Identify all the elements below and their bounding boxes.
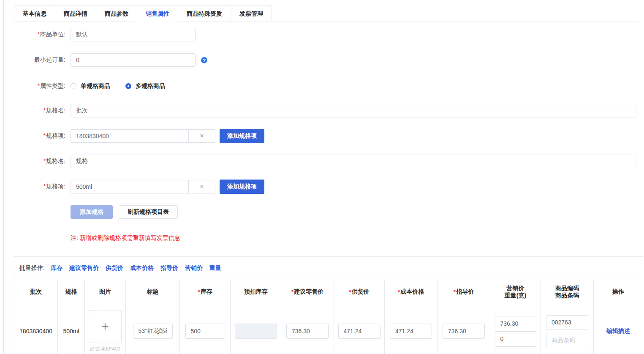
clear-icon[interactable]: × xyxy=(189,129,215,143)
required-asterisk: * xyxy=(43,132,46,139)
radio-single-spec-label: 单规格商品 xyxy=(81,82,110,90)
product-editor-page: 基本信息 商品详情 商品参数 销售属性 商品特殊资质 发票管理 *商品单位: 最… xyxy=(0,0,644,354)
column-header-cost-price: *成本价格 xyxy=(384,280,437,304)
add-spec-item-button[interactable]: 添加规格项 xyxy=(220,180,264,194)
bulk-link-guide-price[interactable]: 指导价 xyxy=(160,264,178,272)
column-header-suggest-price: *建议零售价 xyxy=(281,280,334,304)
edit-description-link[interactable]: 编辑描述 xyxy=(606,327,630,335)
cell-supply-price xyxy=(334,304,384,354)
guide-price-input[interactable] xyxy=(443,324,485,339)
column-header-title: 标题 xyxy=(125,280,179,304)
tab-sales-attributes[interactable]: 销售属性 xyxy=(137,5,178,22)
cell-stock xyxy=(179,304,230,354)
form-row-buttons: 添加规格 刷新规格项目表 xyxy=(71,205,178,219)
weight-input[interactable] xyxy=(495,331,536,347)
required-asterisk: * xyxy=(43,158,46,164)
column-header-code-barcode: 商品编码商品条码 xyxy=(541,280,593,304)
required-asterisk: * xyxy=(38,82,40,89)
bulk-links: 库存 建议零售价 供货价 成本价格 指导价 营销价 重量 xyxy=(51,264,221,272)
cell-reserved-stock xyxy=(230,304,281,354)
min-order-label: 最小起订量: xyxy=(0,56,65,64)
tab-product-params[interactable]: 商品参数 xyxy=(96,5,137,22)
bulk-operations-label: 批量操作: xyxy=(19,264,45,272)
min-order-input[interactable] xyxy=(71,53,196,67)
add-spec-button[interactable]: 添加规格 xyxy=(71,205,113,219)
required-asterisk: * xyxy=(38,31,40,38)
radio-selected-icon xyxy=(125,83,131,89)
form-row-min-order: 最小起订量: xyxy=(0,53,196,67)
form-row-unit: *商品单位: xyxy=(0,28,196,41)
spec2-item-label: *规格项: xyxy=(0,183,65,191)
invoice-note: 注: 新增或删除规格项需重新填写发票信息 xyxy=(71,234,180,242)
radio-unselected-icon xyxy=(71,83,76,89)
required-asterisk: * xyxy=(349,289,351,295)
marketing-weight-group xyxy=(495,316,536,347)
refresh-spec-table-button[interactable]: 刷新规格项目表 xyxy=(119,205,178,219)
tab-invoice-management[interactable]: 发票管理 xyxy=(231,5,272,22)
form-row-spec2-name: *规格名: xyxy=(0,155,636,168)
unit-label: *商品单位: xyxy=(0,31,65,38)
spec1-name-input[interactable] xyxy=(71,104,636,117)
tab-product-detail[interactable]: 商品详情 xyxy=(55,5,96,22)
column-header-stock: *库存 xyxy=(179,280,230,304)
table-header-row: 批次 规格 图片 标题 *库存 预扣库存 *建议零售价 *供货价 *成本价格 *… xyxy=(14,280,643,304)
form-row-spec2-item: *规格项: × 添加规格项 xyxy=(0,180,264,194)
cost-price-input[interactable] xyxy=(390,324,432,339)
spec1-item-input[interactable] xyxy=(71,129,189,143)
cell-spec: 500ml xyxy=(57,304,84,354)
radio-multi-spec-label: 多规格商品 xyxy=(136,82,165,90)
spec2-item-input[interactable] xyxy=(71,180,189,193)
required-asterisk: * xyxy=(43,183,46,190)
column-header-action: 操作 xyxy=(593,280,643,304)
column-header-image: 图片 xyxy=(84,280,125,304)
tab-bar: 基本信息 商品详情 商品参数 销售属性 商品特殊资质 发票管理 xyxy=(14,5,639,22)
supply-price-input[interactable] xyxy=(338,324,380,339)
required-asterisk: * xyxy=(454,289,456,295)
bulk-operations-bar: 批量操作: 库存 建议零售价 供货价 成本价格 指导价 营销价 重量 xyxy=(14,257,643,280)
form-row-attr-type: *属性类型: 单规格商品 多规格商品 xyxy=(0,80,165,92)
radio-multi-spec[interactable]: 多规格商品 xyxy=(125,82,165,90)
reserved-stock-input xyxy=(235,324,277,339)
spec1-item-label: *规格项: xyxy=(0,132,65,140)
unit-input[interactable] xyxy=(71,28,196,41)
radio-single-spec[interactable]: 单规格商品 xyxy=(71,82,110,90)
cell-code-barcode xyxy=(541,304,593,354)
suggest-price-input[interactable] xyxy=(286,324,329,339)
table-row: 1803830400 500ml + 建议:400*400 xyxy=(14,304,643,354)
bulk-link-weight[interactable]: 重量 xyxy=(209,264,221,272)
clear-icon[interactable]: × xyxy=(189,180,215,193)
plus-icon: + xyxy=(101,320,109,333)
stock-input[interactable] xyxy=(185,324,225,339)
required-asterisk: * xyxy=(198,289,200,295)
cell-suggest-price xyxy=(281,304,334,354)
add-spec-item-button[interactable]: 添加规格项 xyxy=(220,129,264,143)
bulk-link-supply-price[interactable]: 供货价 xyxy=(106,264,123,272)
image-upload-box[interactable]: + xyxy=(89,310,122,343)
required-asterisk: * xyxy=(291,289,293,295)
bulk-link-marketing-price[interactable]: 营销价 xyxy=(185,264,203,272)
form-row-spec1-item: *规格项: × 添加规格项 xyxy=(0,129,264,143)
help-icon[interactable]: ? xyxy=(201,57,207,63)
marketing-price-input[interactable] xyxy=(495,316,536,332)
column-header-spec: 规格 xyxy=(57,280,84,304)
tab-special-qualification[interactable]: 商品特殊资质 xyxy=(178,5,231,22)
cell-cost-price xyxy=(384,304,437,354)
code-barcode-group xyxy=(546,315,588,347)
cell-batch: 1803830400 xyxy=(14,304,57,354)
bulk-link-stock[interactable]: 库存 xyxy=(51,264,62,272)
bulk-link-cost-price[interactable]: 成本价格 xyxy=(130,264,154,272)
spec2-name-input[interactable] xyxy=(71,155,636,168)
barcode-input[interactable] xyxy=(546,333,588,347)
column-header-guide-price: *指导价 xyxy=(437,280,490,304)
required-asterisk: * xyxy=(43,107,46,114)
spec1-item-group: × xyxy=(71,129,215,143)
product-code-input[interactable] xyxy=(546,315,588,329)
title-input[interactable] xyxy=(133,324,173,339)
bulk-link-suggest-price[interactable]: 建议零售价 xyxy=(69,264,99,272)
attr-type-label: *属性类型: xyxy=(0,82,65,90)
sku-table: 批量操作: 库存 建议零售价 供货价 成本价格 指导价 营销价 重量 批次 规格… xyxy=(14,256,643,354)
column-header-supply-price: *供货价 xyxy=(334,280,384,304)
cell-marketing-weight xyxy=(490,304,541,354)
tab-basic-info[interactable]: 基本信息 xyxy=(14,5,55,22)
spec2-name-label: *规格名: xyxy=(0,158,65,165)
